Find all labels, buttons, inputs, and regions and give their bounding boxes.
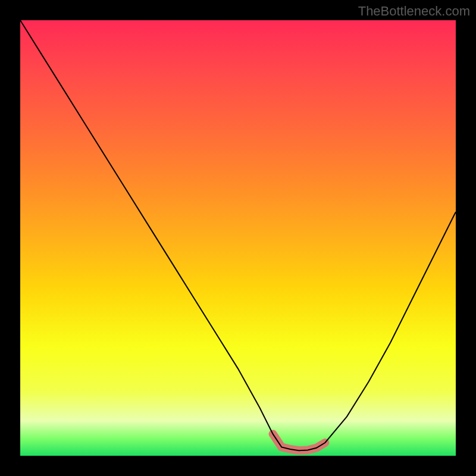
bottleneck-curve — [20, 20, 456, 450]
watermark-text: TheBottleneck.com — [358, 4, 470, 19]
chart-plot-area — [20, 20, 456, 456]
chart-svg — [20, 20, 456, 456]
